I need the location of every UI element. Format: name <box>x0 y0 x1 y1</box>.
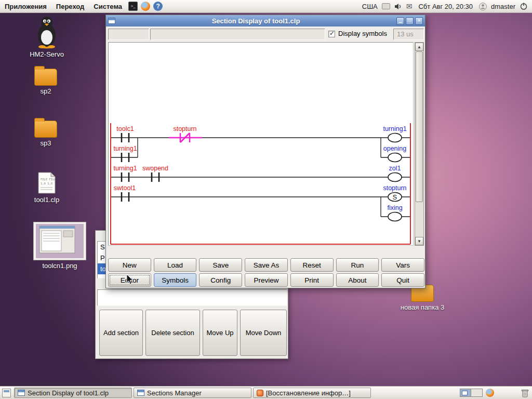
display-symbols-checkbox[interactable] <box>328 31 335 37</box>
save-as-button[interactable]: Save As <box>245 258 288 272</box>
mail-icon[interactable]: ✉ <box>406 2 413 10</box>
firefox-launcher-icon[interactable] <box>141 2 150 11</box>
firefox-tray-icon[interactable] <box>486 389 494 397</box>
save-button[interactable]: Save <box>199 258 242 272</box>
svg-text:swtool1: swtool1 <box>114 184 136 192</box>
svg-text:S: S <box>393 194 397 201</box>
about-button[interactable]: About <box>336 273 379 287</box>
help-launcher-icon[interactable]: ? <box>153 2 163 11</box>
task-label: Sections Manager <box>147 389 202 397</box>
svg-text:fixing: fixing <box>387 204 402 211</box>
new-button[interactable]: New <box>108 258 151 272</box>
titlebar[interactable]: Section Display of tool1.clp ▁ □ ✕ <box>106 15 425 26</box>
svg-text:zol1: zol1 <box>389 165 401 172</box>
workspace-1[interactable] <box>460 389 471 396</box>
svg-text:stopturn: stopturn <box>173 125 196 132</box>
svg-text:stopturn: stopturn <box>383 184 406 192</box>
file-icon: FILE FILE 1,0 1,8 <box>37 171 56 194</box>
quit-button[interactable]: Quit <box>381 273 424 287</box>
scroll-up-button[interactable]: ▲ <box>415 43 423 51</box>
volume-icon[interactable] <box>394 3 402 10</box>
desktop-icon-sp2[interactable]: sp2 <box>17 69 74 95</box>
scan-time-value: 13 us <box>397 30 414 38</box>
delete-section-button[interactable]: Delete section <box>145 310 200 356</box>
highlighted-nc-contact <box>169 133 202 142</box>
desktop-icon-toolcn1-png[interactable]: toolcn1.png <box>31 222 88 270</box>
ladder-area: toolc1 stopturn turning1 turning1 openin… <box>108 42 414 246</box>
print-button[interactable]: Print <box>290 273 334 287</box>
workspace-switcher[interactable] <box>460 389 483 397</box>
keyboard-layout-indicator[interactable]: США <box>362 3 378 10</box>
desktop-icon-label: sp3 <box>41 139 51 147</box>
config-button[interactable]: Config <box>199 273 242 287</box>
scrollbar-thumb[interactable] <box>416 51 423 202</box>
window-icon <box>108 18 115 24</box>
show-desktop-icon[interactable] <box>2 389 11 397</box>
panel-indicators: США ✉ Сбт Авг 20, 20:30 dmaster <box>362 2 532 10</box>
trash-icon[interactable] <box>521 389 529 397</box>
window-title: Section Display of tool1.clp <box>115 17 396 25</box>
top-panel: Приложения Переход Система >_ ? США ✉ Сб… <box>0 0 532 13</box>
folder-icon <box>34 69 57 86</box>
menu-applications[interactable]: Приложения <box>0 0 51 12</box>
taskbar: Section Display of tool1.clp Sections Ma… <box>0 386 532 399</box>
folder-icon <box>34 121 57 138</box>
reset-button[interactable]: Reset <box>290 258 334 272</box>
desktop-icon-label: toolcn1.png <box>42 262 77 270</box>
comment-field[interactable] <box>150 29 325 40</box>
svg-text:turning1: turning1 <box>113 145 137 152</box>
maximize-button[interactable]: □ <box>406 17 414 25</box>
section-name-field[interactable] <box>108 29 149 40</box>
image-thumbnail <box>33 222 86 260</box>
vertical-scrollbar[interactable]: ▲ ▼ <box>415 42 424 246</box>
window-icon <box>137 390 144 396</box>
symbols-button[interactable]: Symbols <box>154 273 197 287</box>
vars-button[interactable]: Vars <box>381 258 424 272</box>
display-symbols-label[interactable]: Display symbols <box>338 30 387 37</box>
svg-text:FILE FILE: FILE FILE <box>41 178 56 181</box>
username[interactable]: dmaster <box>491 3 515 10</box>
scroll-down-button[interactable]: ▼ <box>415 237 423 245</box>
user-icon[interactable] <box>479 3 487 10</box>
desktop-icon-label: новая папка 3 <box>401 303 444 311</box>
taskbar-item-section-display[interactable]: Section Display of tool1.clp <box>14 388 132 398</box>
keyboard-icon[interactable] <box>382 3 390 9</box>
taskbar-tray <box>460 389 532 397</box>
sections-manager-panel <box>97 289 287 306</box>
add-section-button[interactable]: Add section <box>99 310 143 356</box>
svg-text:toolc1: toolc1 <box>116 125 134 132</box>
preview-button[interactable]: Preview <box>245 273 288 287</box>
workspace-2[interactable] <box>471 389 482 396</box>
penguin-icon <box>31 16 62 49</box>
desktop-icon-label: tool1.clp <box>34 196 59 204</box>
terminal-launcher-icon[interactable]: >_ <box>128 2 138 11</box>
recovery-app-icon <box>257 390 263 396</box>
clock[interactable]: Сбт Авг 20, 20:30 <box>416 3 475 10</box>
menu-places[interactable]: Переход <box>51 0 89 12</box>
desktop-icon-tool1-clp[interactable]: FILE FILE 1,0 1,8 tool1.clp <box>18 171 75 204</box>
svg-text:opening: opening <box>383 145 407 152</box>
button-row-1: New Load Save Save As Reset Run Vars <box>108 258 424 272</box>
run-button[interactable]: Run <box>336 258 379 272</box>
power-icon[interactable] <box>520 2 528 10</box>
main-menus: Приложения Переход Система >_ ? <box>0 0 164 12</box>
mouse-cursor <box>126 274 134 285</box>
desktop-icon-hm2-servo[interactable]: HM2-Servo <box>18 16 75 58</box>
desktop-icon-new-folder-3[interactable]: новая папка 3 <box>394 285 451 311</box>
minimize-button[interactable]: ▁ <box>396 17 404 25</box>
window-icon <box>18 390 25 396</box>
svg-text:swopend: swopend <box>142 165 168 172</box>
scan-time-field: 13 us <box>393 29 424 40</box>
move-down-button[interactable]: Move Down <box>240 310 287 356</box>
close-button[interactable]: ✕ <box>415 17 423 25</box>
taskbar-item-sections-manager[interactable]: Sections Manager <box>134 388 251 398</box>
terminal-glyph: >_ <box>131 4 136 8</box>
taskbar-item-recovery[interactable]: [Восстановление инфор…] <box>253 388 371 398</box>
task-label: [Восстановление инфор…] <box>266 389 351 397</box>
svg-text:turning1: turning1 <box>113 165 137 172</box>
load-button[interactable]: Load <box>154 258 197 272</box>
task-label: Section Display of tool1.clp <box>28 389 109 397</box>
move-up-button[interactable]: Move Up <box>203 310 237 356</box>
desktop-icon-sp3[interactable]: sp3 <box>17 121 74 147</box>
menu-system[interactable]: Система <box>89 0 127 12</box>
